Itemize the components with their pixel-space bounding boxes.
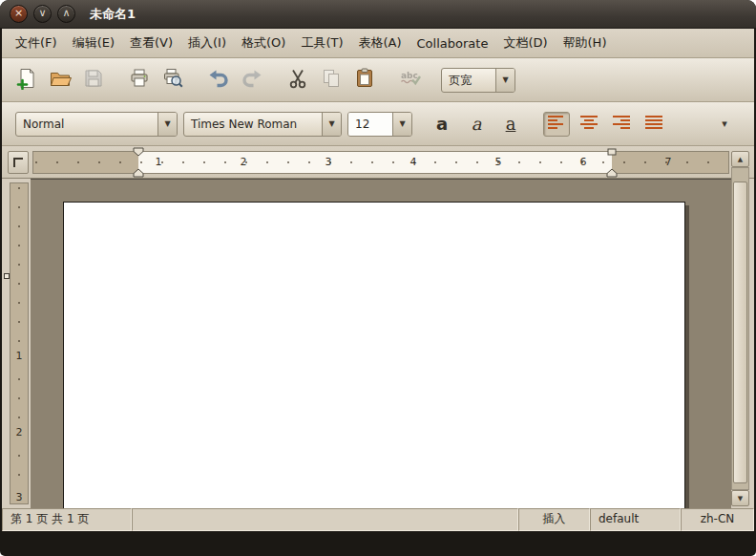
ruler-number: 1 — [156, 156, 162, 168]
document-viewport — [31, 179, 731, 508]
chevron-down-icon: ▼ — [164, 119, 170, 128]
save-icon — [82, 67, 105, 94]
print-button[interactable] — [124, 65, 155, 96]
folder-open-icon — [49, 67, 72, 94]
arrow-up-icon: ▲ — [738, 156, 743, 163]
font-size-combo[interactable]: 12 ▼ — [347, 112, 412, 137]
open-button[interactable] — [45, 65, 75, 96]
style-dropdown-button[interactable]: ▼ — [158, 113, 177, 136]
align-center-icon — [579, 114, 598, 135]
align-left-button[interactable] — [543, 112, 570, 137]
top-margin-marker[interactable] — [4, 273, 10, 279]
redo-button[interactable] — [237, 65, 267, 96]
tab-stop-icon — [13, 158, 23, 167]
font-dropdown-button[interactable]: ▼ — [322, 113, 341, 136]
ruler-ticks — [35, 161, 726, 163]
ruler-number: 4 — [410, 156, 417, 168]
new-document-icon — [15, 67, 38, 94]
font-size-value[interactable]: 12 — [348, 113, 392, 136]
right-margin-marker[interactable] — [607, 148, 617, 156]
zoom-combo[interactable]: 页宽 ▼ — [441, 68, 515, 93]
arrow-down-icon: ▼ — [738, 495, 743, 503]
undo-button[interactable] — [203, 65, 234, 96]
font-value[interactable]: Times New Roman — [184, 113, 322, 136]
chevron-down-icon: ▼ — [502, 75, 508, 84]
maximize-button[interactable]: ∧ — [57, 5, 75, 23]
chevron-down-icon: ▼ — [399, 119, 405, 128]
menu-file[interactable]: 文件(F) — [8, 31, 65, 55]
window-title: 未命名1 — [90, 6, 136, 23]
menu-document[interactable]: 文档(D) — [495, 31, 555, 55]
chevron-down-icon: ▼ — [328, 119, 334, 128]
style-indicator: default — [590, 508, 681, 531]
menu-table[interactable]: 表格(A) — [351, 31, 410, 55]
clipboard-icon — [353, 67, 376, 94]
print-preview-button[interactable] — [158, 65, 188, 96]
save-button[interactable] — [78, 65, 109, 96]
underline-button[interactable]: a — [496, 111, 525, 138]
scroll-down-button[interactable]: ▼ — [731, 490, 749, 506]
document-page[interactable] — [63, 202, 685, 508]
language-indicator: zh-CN — [681, 508, 754, 531]
scrollbar-thumb[interactable] — [733, 182, 747, 483]
font-size-dropdown-button[interactable]: ▼ — [392, 113, 411, 136]
zoom-dropdown-button[interactable]: ▼ — [495, 69, 514, 92]
horizontal-ruler[interactable]: 1 2 3 4 5 6 7 — [32, 151, 729, 174]
page-indicator: 第 1 页 共 1 页 — [2, 508, 132, 531]
align-right-icon — [612, 114, 631, 135]
close-button[interactable]: × — [10, 5, 28, 23]
undo-icon — [207, 67, 230, 94]
print-preview-icon — [161, 67, 184, 94]
vertical-scrollbar[interactable]: ▲ ▼ — [731, 151, 749, 506]
menu-tools[interactable]: 工具(T) — [293, 31, 350, 55]
paste-button[interactable] — [349, 65, 380, 96]
redo-icon — [241, 67, 263, 94]
style-value[interactable]: Normal — [16, 113, 158, 136]
status-spacer — [132, 508, 518, 531]
menu-help[interactable]: 帮助(H) — [556, 31, 615, 55]
scissors-icon — [286, 67, 309, 94]
menu-view[interactable]: 查看(V) — [122, 31, 180, 55]
statusbar: 第 1 页 共 1 页 插入 default zh-CN — [2, 508, 754, 531]
zoom-value[interactable]: 页宽 — [442, 69, 495, 92]
ruler-number: 3 — [10, 491, 28, 503]
window-content: 文件(F) 编辑(E) 查看(V) 插入(I) 格式(O) 工具(T) 表格(A… — [2, 29, 754, 531]
toolbar-overflow-button[interactable]: ▾ — [714, 112, 735, 137]
copy-icon — [320, 67, 343, 94]
spellcheck-icon: abc — [399, 67, 422, 94]
tab-selector-button[interactable] — [8, 151, 29, 174]
first-line-indent-marker[interactable] — [133, 147, 144, 157]
ruler-number: 2 — [241, 156, 247, 168]
ruler-number: 1 — [10, 350, 28, 362]
right-indent-marker[interactable] — [606, 168, 618, 178]
cut-button[interactable] — [283, 65, 313, 96]
spellcheck-button[interactable]: abc — [395, 65, 426, 96]
menu-format[interactable]: 格式(O) — [234, 31, 293, 55]
vertical-ruler[interactable]: 1 2 3 — [10, 182, 29, 504]
minimize-button[interactable]: ∨ — [33, 5, 52, 23]
menu-edit[interactable]: 编辑(E) — [65, 31, 122, 55]
menubar: 文件(F) 编辑(E) 查看(V) 插入(I) 格式(O) 工具(T) 表格(A… — [2, 29, 754, 58]
menu-collaborate[interactable]: Collaborate — [410, 32, 496, 54]
align-justify-button[interactable] — [640, 112, 667, 137]
align-right-button[interactable] — [608, 112, 635, 137]
new-document-button[interactable] — [11, 65, 42, 96]
left-indent-marker[interactable] — [133, 168, 144, 178]
font-combo[interactable]: Times New Roman ▼ — [183, 112, 342, 137]
bold-button[interactable]: a — [428, 111, 456, 138]
standard-toolbar: abc 页宽 ▼ — [2, 58, 754, 102]
ruler-number: 5 — [495, 156, 502, 168]
format-toolbar: Normal ▼ Times New Roman ▼ 12 ▼ a a a — [2, 102, 754, 146]
scrollbar-track[interactable] — [731, 167, 749, 490]
style-combo[interactable]: Normal ▼ — [15, 112, 178, 137]
ruler-number: 6 — [580, 156, 587, 168]
italic-button[interactable]: a — [462, 111, 491, 138]
copy-button[interactable] — [316, 65, 346, 96]
titlebar: × ∨ ∧ 未命名1 — [0, 0, 756, 29]
align-center-button[interactable] — [576, 112, 602, 137]
scroll-up-button[interactable]: ▲ — [731, 151, 749, 167]
ruler-ticks — [18, 187, 20, 500]
application-window: × ∨ ∧ 未命名1 文件(F) 编辑(E) 查看(V) 插入(I) 格式(O)… — [0, 0, 756, 556]
menu-insert[interactable]: 插入(I) — [180, 31, 234, 55]
insert-mode-indicator[interactable]: 插入 — [518, 508, 590, 531]
